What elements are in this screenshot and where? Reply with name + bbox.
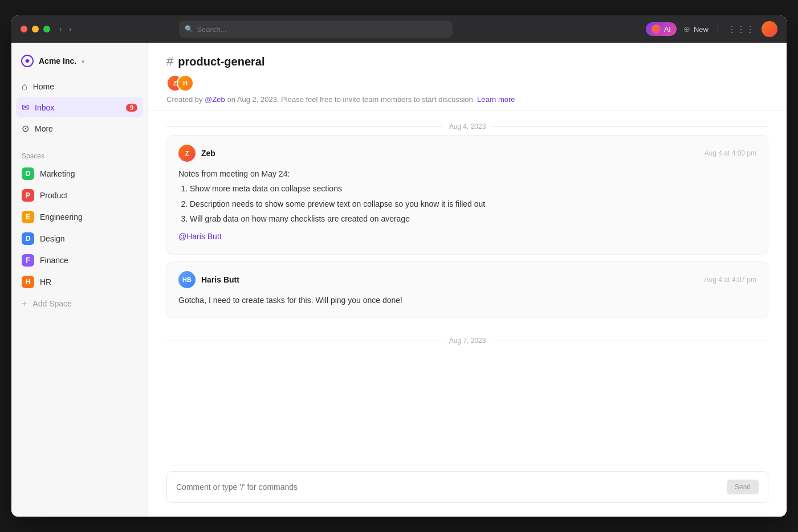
mention-haris[interactable]: @Haris Butt [178,232,222,241]
space-icon-hr: H [22,276,34,288]
titlebar: ‹ › 🔍 AI ⊕ New ⋮⋮⋮ [11,15,787,43]
add-space-icon: + [22,298,27,309]
add-space-label: Add Space [32,299,72,308]
titlebar-right: AI ⊕ New ⋮⋮⋮ [646,21,777,37]
home-icon: ⌂ [22,81,27,92]
author-name: Haris Butt [201,275,239,284]
sidebar-item-inbox[interactable]: ✉ Inbox 9 [16,97,143,117]
channel-header: # product-general Z H Created by @Zeb on… [148,43,787,111]
main-layout: Acme Inc. ∨ ⌂ Home ✉ Inbox 9 ⊙ More Spa [11,43,787,517]
date-label: Aug 7, 2023 [449,337,486,345]
hash-icon: # [166,54,173,69]
svg-point-1 [26,59,29,63]
space-label: Finance [40,256,68,265]
app-window: ‹ › 🔍 AI ⊕ New ⋮⋮⋮ [11,15,787,517]
message-author: HB Haris Butt [178,271,239,288]
message-time: Aug 4 at 4:00 pm [705,149,756,157]
close-button[interactable] [21,26,27,32]
sidebar-item-home[interactable]: ⌂ Home [16,77,143,96]
space-item-product[interactable]: P Product [16,185,143,206]
message-list: Show more meta data on collapse sections… [178,182,756,225]
new-button[interactable]: ⊕ New [683,24,709,34]
content-area: # product-general Z H Created by @Zeb on… [148,43,787,517]
messages-area: Aug 4, 2023 Z Zeb Aug 4 at 4:00 pm Notes… [148,111,787,462]
window-controls [21,26,50,32]
spaces-list: D Marketing P Product E Engineering D De… [11,163,148,292]
brand-chevron: ∨ [81,58,85,64]
divider-line [492,341,768,341]
space-icon-marketing: D [22,167,34,180]
description-author[interactable]: @Zeb [205,95,225,104]
minimize-button[interactable] [32,26,39,32]
brand-logo [21,54,34,68]
message-card-haris: HB Haris Butt Aug 4 at 4:07 pm Gotcha, I… [166,261,768,318]
list-item: Will grab data on how many checklists ar… [190,212,756,225]
message-header: Z Zeb Aug 4 at 4:00 pm [178,145,756,162]
message-text: Gotcha, I need to create tasks for this.… [178,294,756,306]
comment-input[interactable] [176,482,727,492]
space-label: Engineering [40,212,83,222]
space-item-design[interactable]: D Design [16,228,143,249]
space-item-marketing[interactable]: D Marketing [16,163,143,184]
sidebar-brand[interactable]: Acme Inc. ∨ [11,52,148,77]
space-icon-product: P [22,189,34,202]
comment-area: Send [148,462,787,517]
message-header: HB Haris Butt Aug 4 at 4:07 pm [178,271,756,288]
ai-label: AI [664,25,671,34]
search-bar[interactable]: 🔍 [179,21,453,38]
message-author: Z Zeb [178,145,215,162]
member-avatar-haris: H [177,75,194,92]
nav-arrows: ‹ › [57,23,74,35]
search-icon: 🔍 [185,25,193,33]
description-middle: on Aug 2, 2023. Please feel free to invi… [225,95,477,104]
sidebar-item-more[interactable]: ⊙ More [16,118,143,138]
forward-button[interactable]: › [67,23,74,35]
grid-icon[interactable]: ⋮⋮⋮ [727,24,755,35]
divider [718,23,718,35]
search-input[interactable] [197,25,447,34]
add-space-button[interactable]: + Add Space [11,294,148,313]
message-time: Aug 4 at 4:07 pm [705,276,756,284]
space-label: Marketing [40,169,75,178]
message-heading: Notes from meeting on May 24: [178,167,756,180]
space-label: Product [40,191,67,200]
learn-more-link[interactable]: Learn more [477,95,515,104]
description-prefix: Created by [166,95,205,104]
space-item-hr[interactable]: H HR [16,272,143,292]
brand-name: Acme Inc. [39,56,76,66]
date-label: Aug 4, 2023 [449,122,486,130]
channel-title-row: # product-general [166,54,768,69]
space-icon-design: D [22,232,34,245]
avatar-zeb: Z [178,145,196,162]
message-body-haris: Gotcha, I need to create tasks for this.… [178,294,756,306]
sidebar-item-label: Home [33,82,54,91]
inbox-badge: 9 [126,104,137,112]
list-item: Description needs to show some preview t… [190,198,756,210]
send-button[interactable]: Send [727,480,759,494]
sidebar-item-label: More [35,124,53,133]
back-button[interactable]: ‹ [57,23,64,35]
space-label: HR [40,277,51,287]
space-icon-finance: F [22,254,34,267]
sidebar: Acme Inc. ∨ ⌂ Home ✉ Inbox 9 ⊙ More Spa [11,43,148,517]
space-item-engineering[interactable]: E Engineering [16,207,143,227]
space-item-finance[interactable]: F Finance [16,250,143,271]
channel-members: Z H [166,75,190,92]
list-item: Show more meta data on collapse sections [190,182,756,195]
ai-icon [652,24,661,34]
more-icon: ⊙ [22,123,29,134]
sidebar-item-label: Inbox [35,103,54,112]
space-label: Design [40,234,65,243]
channel-description: Created by @Zeb on Aug 2, 2023. Please f… [166,95,768,104]
new-icon: ⊕ [683,24,690,34]
ai-button[interactable]: AI [646,22,677,36]
new-label: New [694,25,709,34]
sidebar-nav: ⌂ Home ✉ Inbox 9 ⊙ More [11,77,148,138]
spaces-section-label: Spaces [11,148,148,163]
inbox-icon: ✉ [22,102,29,113]
avatar-haris: HB [178,271,196,288]
author-name: Zeb [201,149,215,158]
user-avatar[interactable] [762,21,777,37]
space-icon-engineering: E [22,211,34,223]
maximize-button[interactable] [43,26,50,32]
